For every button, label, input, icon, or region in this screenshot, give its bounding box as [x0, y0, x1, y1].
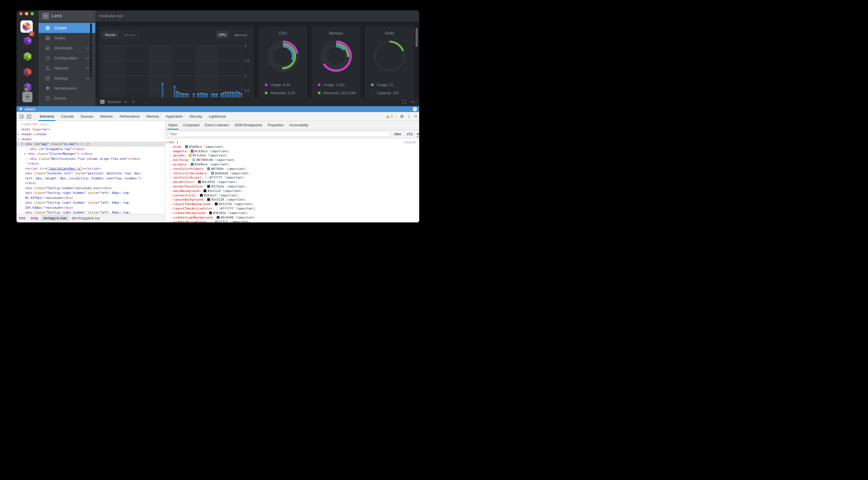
sidebar-item-storage[interactable]: Storage [39, 73, 95, 83]
elements-tree-line[interactable]: <html lang="en"> [17, 127, 165, 132]
cluster-icon-4[interactable] [22, 67, 32, 77]
sidebar-item-namespaces[interactable]: Namespaces [39, 83, 95, 93]
macos-close-button[interactable] [19, 12, 23, 15]
toggle-classes-button[interactable]: .cls [405, 132, 413, 136]
elements-tree-line[interactable]: <div class="Tooltip right hidden" style=… [17, 200, 165, 205]
color-swatch[interactable] [215, 203, 218, 205]
terminal-expand-icon[interactable] [402, 100, 406, 104]
color-swatch[interactable] [191, 150, 193, 152]
elements-tree-line[interactable]: ▶<head>…</head> [17, 132, 165, 137]
sidebar-item-workloads[interactable]: Workloads [39, 43, 95, 53]
css-variable-line[interactable]: --sidebarActiveColor: #ffffff !important… [165, 219, 419, 222]
devtools-menu-icon[interactable]: ⋮ [407, 114, 411, 119]
console-warnings-button[interactable]: 2 [386, 114, 393, 118]
css-variable-line[interactable]: --borderColor: #4c5053 !important; [165, 180, 419, 184]
css-variable-line[interactable]: --textColorAccent: #ffffff !important; [165, 175, 419, 180]
color-swatch[interactable] [191, 163, 193, 166]
terminal-add-icon[interactable]: + [132, 99, 135, 105]
collapse-node-icon[interactable]: ▼ [22, 142, 23, 147]
sidebar-item-network[interactable]: Network [39, 63, 95, 73]
css-variable-line[interactable]: --textColorPrimary: #87909c !important; [165, 167, 419, 171]
terminal-close-icon[interactable]: ✕ [124, 100, 127, 104]
expand-node-icon[interactable]: ▶ [24, 151, 26, 157]
elements-tree-line[interactable]: <div class="Notifications flex column al… [17, 157, 165, 162]
elements-tree-line[interactable]: </div> [17, 161, 165, 166]
elements-tree-line[interactable]: ▶<div class="ClusterManager">…</div> [17, 151, 165, 157]
breadcrumb-item[interactable]: div#app.is-mac [41, 215, 69, 221]
devtools-tab-application[interactable]: Application [162, 112, 186, 121]
help-button[interactable]: ? [413, 107, 417, 111]
css-variable-line[interactable]: --blue: #3d90ce !important; [165, 145, 419, 149]
css-variable-line[interactable]: --textColorSecondary: #a0a0a0 !important… [165, 171, 419, 176]
color-swatch[interactable] [217, 216, 219, 219]
terminal-collapse-chevron-icon[interactable] [411, 101, 415, 103]
add-cluster-button[interactable]: + [22, 92, 32, 102]
breadcrumb-item[interactable]: html [17, 215, 28, 221]
devtools-tab-elements[interactable]: Elements [36, 112, 58, 121]
elements-tree-line[interactable]: 150.438px;">minikube</div> [17, 205, 165, 210]
css-variable-line[interactable]: --primary: #3d90ce !important; [165, 162, 419, 167]
worker-tab[interactable]: Worker [121, 31, 138, 39]
cluster-icon-3[interactable] [22, 52, 32, 62]
devtools-tab-memory[interactable]: Memory [143, 112, 162, 121]
elements-tree-line[interactable]: <div id="draggable-top"></div> [17, 147, 165, 152]
active-namespace-label[interactable]: default [25, 107, 35, 111]
elements-tree-line[interactable]: <div class="Tooltip right hidden" style=… [17, 210, 165, 214]
elements-tree-line[interactable]: <div class="terminal-init" style="positi… [17, 171, 165, 176]
devtools-close-icon[interactable]: ✕ [414, 114, 417, 118]
styles-tab-computed[interactable]: Computed [180, 121, 202, 130]
elements-tree-line[interactable]: <div class="Tooltip right hidden" style=… [17, 191, 165, 196]
macos-zoom-button[interactable] [30, 12, 34, 15]
macos-minimize-button[interactable] [25, 12, 28, 15]
css-variable-line[interactable]: --layoutTabsBackground: #252729 !importa… [165, 202, 419, 206]
breadcrumb-item[interactable]: div#draggable-top [69, 215, 102, 221]
devtools-tab-security[interactable]: Security [186, 112, 206, 121]
dashboard-scrollbar[interactable] [415, 28, 418, 47]
devtools-tab-network[interactable]: Network [97, 112, 116, 121]
color-swatch[interactable] [211, 172, 214, 175]
color-swatch[interactable] [198, 180, 201, 183]
devtools-tab-performance[interactable]: Performance [116, 112, 143, 121]
cpu-metric-tab[interactable]: CPU [216, 31, 229, 39]
color-swatch[interactable] [204, 190, 206, 192]
expand-node-icon[interactable]: ▶ [18, 132, 19, 137]
more-actions-icon[interactable]: ⋯ [17, 142, 19, 147]
color-swatch[interactable] [200, 194, 203, 197]
css-variable-line[interactable]: --golden: #ffc63d !important; [165, 153, 419, 158]
devtools-tab-sources[interactable]: Sources [77, 112, 97, 121]
toggle-hover-state-button[interactable]: :hov [394, 132, 401, 136]
styles-tab-styles[interactable]: Styles [165, 121, 180, 130]
elements-tree-line[interactable]: <div class="Tooltip hidden">minikube-tes… [17, 186, 165, 191]
elements-tree-line[interactable]: <!DOCTYPE html> [17, 122, 165, 127]
elements-tree-line[interactable]: <script src="/build/LensDev.js"></script… [17, 166, 165, 171]
collapse-node-icon[interactable]: ▼ [18, 137, 19, 142]
styles-tab-event-listeners[interactable]: Event Listeners [202, 121, 232, 130]
terminal-tab-label[interactable]: Terminal [107, 100, 121, 104]
sidebar-item-configuration[interactable]: Configuration [39, 53, 95, 63]
styles-tab-accessibility[interactable]: Accessibility [287, 121, 311, 130]
memory-metric-tab[interactable]: Memory [231, 31, 251, 39]
css-variable-line[interactable]: --layoutBackground: #2e3136 !important; [165, 198, 419, 202]
devtools-tab-lighthouse[interactable]: Lighthouse [206, 112, 229, 121]
elements-tree-line[interactable]: ▼<body> [17, 137, 165, 142]
style-origin-link[interactable]: <style> [404, 140, 416, 145]
color-swatch[interactable] [207, 167, 210, 170]
pane-resize-handle[interactable] [416, 136, 418, 137]
css-variable-line[interactable]: --mainBackground: #1e2124 !important; [165, 189, 419, 193]
cluster-icon-5[interactable] [22, 82, 32, 92]
master-tab[interactable]: Master [102, 31, 119, 39]
css-rule-selector[interactable]: :root {<style> [165, 140, 419, 145]
breadcrumb-item[interactable]: body [28, 215, 41, 221]
elements-tree-line[interactable]: left: 0px; height: 0px; visibility: hidd… [17, 176, 165, 181]
sidebar-collapse-button[interactable]: ‹ [89, 13, 91, 19]
devtools-settings-icon[interactable]: ⚙ [400, 114, 404, 119]
styles-tab-dom-breakpoints[interactable]: DOM Breakpoints [232, 121, 265, 130]
css-variable-line[interactable]: --sidebarLogoBackground: #414448 !import… [165, 215, 419, 220]
cluster-icon-2[interactable] [22, 36, 32, 46]
devtools-tab-console[interactable]: Console [58, 112, 77, 121]
elements-tree-line[interactable]: </div> [17, 181, 165, 186]
color-swatch[interactable] [192, 159, 195, 161]
styles-filter-input[interactable] [167, 131, 390, 137]
color-swatch[interactable] [217, 207, 219, 210]
color-swatch[interactable] [207, 198, 210, 201]
